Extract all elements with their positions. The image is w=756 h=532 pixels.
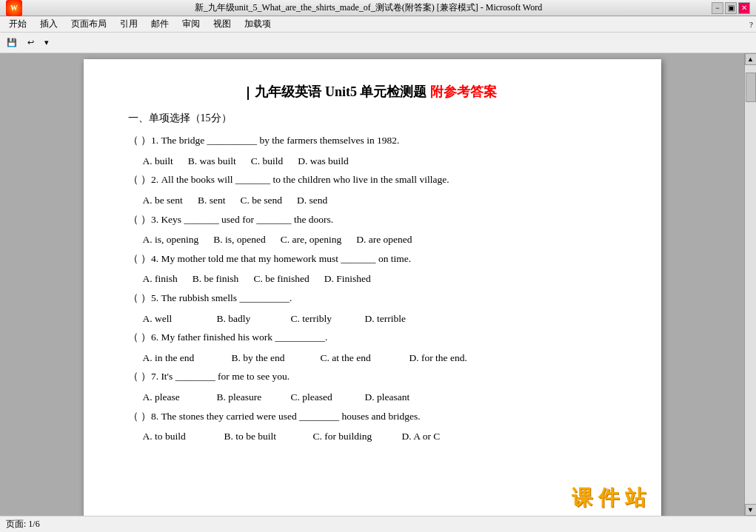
q5-opt-c: C. terribly — [291, 311, 350, 327]
q6-opt-a: A. in the end — [143, 350, 217, 366]
menu-item-pagelayout[interactable]: 页面布局 — [65, 16, 113, 32]
question-3: （ ）3. Keys _______ used for _______ the … — [128, 212, 617, 228]
q8-opt-d: D. A or C — [402, 428, 441, 445]
title-bar-text: 新_九年级unit_5_What_are_the_shirts_made_of_… — [25, 1, 712, 14]
question-1-options: A. built B. was built C. build D. was bu… — [143, 153, 617, 169]
question-8-text: （ ）8. The stones they carried were used … — [128, 411, 421, 422]
q2-opt-a: A. be sent — [143, 192, 183, 209]
q1-opt-a: A. built — [143, 153, 173, 169]
question-6: （ ）6. My father finished his work ______… — [128, 329, 617, 346]
document-page: 九年级英语 Unit5 单元检测题 附参考答案 一、单项选择（15分） （ ）1… — [84, 59, 661, 516]
restore-button[interactable]: ▣ — [725, 2, 737, 14]
q3-opt-c: C. are, opening — [281, 232, 341, 248]
question-3-options: A. is, opening B. is, opened C. are, ope… — [143, 232, 617, 248]
toolbar: 💾 ↩ ▾ — [0, 33, 756, 53]
question-5-options: A. well B. badly C. terribly D. terrible — [143, 311, 617, 327]
q4-opt-d: D. Finished — [324, 271, 371, 287]
question-8-options: A. to build B. to be built C. for buildi… — [143, 428, 617, 445]
question-5: （ ）5. The rubbish smells __________. — [128, 290, 617, 306]
menu-item-insert[interactable]: 插入 — [34, 16, 64, 32]
q4-opt-a: A. finish — [143, 271, 178, 287]
question-7-options: A. please B. pleasure C. pleased D. plea… — [143, 389, 617, 405]
menu-item-mail[interactable]: 邮件 — [145, 16, 175, 32]
scroll-down-button[interactable]: ▼ — [745, 504, 757, 516]
save-button[interactable]: 💾 — [3, 36, 21, 50]
menu-item-start[interactable]: 开始 — [3, 16, 33, 32]
help-button[interactable]: ? — [749, 20, 753, 29]
q7-opt-a: A. please — [143, 389, 202, 405]
question-2: （ ）2. All the books will _______ to the … — [128, 172, 617, 188]
section1-title: 一、单项选择（15分） — [128, 110, 617, 127]
cursor — [247, 87, 249, 100]
menu-item-view[interactable]: 视图 — [207, 16, 237, 32]
status-bar: 页面: 1/6 — [0, 516, 756, 532]
scroll-thumb[interactable] — [746, 73, 756, 102]
office-logo: W — [6, 0, 22, 16]
question-5-text: （ ）5. The rubbish smells __________. — [128, 292, 292, 303]
close-button[interactable]: ✕ — [738, 2, 750, 14]
question-1-text: （ ）1. The bridge __________ by the farme… — [128, 135, 400, 146]
q7-opt-c: C. pleased — [291, 389, 350, 405]
q5-opt-a: A. well — [143, 311, 202, 327]
menu-bar: 开始 插入 页面布局 引用 邮件 审阅 视图 加载项 ? — [0, 16, 756, 33]
q6-opt-c: C. at the end — [321, 350, 395, 366]
q4-opt-c: C. be finished — [253, 271, 309, 287]
title-bar: W 新_九年级unit_5_What_are_the_shirts_made_o… — [0, 0, 756, 16]
q3-opt-a: A. is, opening — [143, 232, 199, 248]
q1-opt-c: C. build — [251, 153, 284, 169]
menu-item-reference[interactable]: 引用 — [114, 16, 144, 32]
q2-opt-d: D. send — [297, 192, 327, 209]
title-main: 九年级英语 Unit5 单元检测题 — [255, 84, 426, 99]
q3-opt-d: D. are opened — [356, 232, 412, 248]
document-area: 九年级英语 Unit5 单元检测题 附参考答案 一、单项选择（15分） （ ）1… — [0, 53, 756, 516]
question-4: （ ）4. My mother told me that my homework… — [128, 251, 617, 267]
menu-item-review[interactable]: 审阅 — [176, 16, 206, 32]
page-wrapper: 九年级英语 Unit5 单元检测题 附参考答案 一、单项选择（15分） （ ）1… — [0, 53, 744, 516]
menu-item-addins[interactable]: 加载项 — [238, 16, 277, 32]
q8-opt-c: C. for building — [313, 428, 387, 445]
question-4-options: A. finish B. be finish C. be finished D.… — [143, 271, 617, 287]
question-6-text: （ ）6. My father finished his work ______… — [128, 331, 328, 343]
scroll-up-button[interactable]: ▲ — [745, 53, 757, 65]
q2-opt-c: C. be send — [240, 192, 282, 209]
watermark-line2: www.kjzhan.com — [572, 515, 653, 516]
question-8: （ ）8. The stones they carried were used … — [128, 408, 617, 425]
title-suffix: 附参考答案 — [430, 84, 497, 99]
q6-opt-d: D. for the end. — [409, 350, 467, 366]
document-title: 九年级英语 Unit5 单元检测题 附参考答案 — [128, 81, 617, 103]
question-2-text: （ ）2. All the books will _______ to the … — [128, 174, 449, 185]
q4-opt-b: B. be finish — [193, 271, 239, 287]
q1-opt-d: D. was build — [298, 153, 349, 169]
q5-opt-d: D. terrible — [365, 311, 406, 327]
q3-opt-b: B. is, opened — [213, 232, 266, 248]
question-7-text: （ ）7. It's ________ for me to see you. — [128, 371, 290, 382]
q6-opt-b: B. by the end — [232, 350, 306, 366]
question-4-text: （ ）4. My mother told me that my homework… — [128, 253, 412, 264]
scroll-track[interactable] — [745, 65, 756, 504]
q8-opt-a: A. to build — [143, 428, 210, 445]
q7-opt-b: B. pleasure — [217, 389, 276, 405]
page-info: 页面: 1/6 — [6, 518, 40, 531]
question-7: （ ）7. It's ________ for me to see you. — [128, 368, 617, 385]
undo-button[interactable]: ↩ — [24, 36, 38, 50]
q2-opt-b: B. sent — [198, 192, 226, 209]
q7-opt-d: D. pleasant — [365, 389, 410, 405]
watermark: 课 件 站 www.kjzhan.com — [572, 482, 653, 516]
question-3-text: （ ）3. Keys _______ used for _______ the … — [128, 214, 334, 225]
q1-opt-b: B. was built — [188, 153, 236, 169]
title-bar-controls: － ▣ ✕ — [712, 2, 750, 14]
vertical-scrollbar[interactable]: ▲ ▼ — [744, 53, 756, 516]
q5-opt-b: B. badly — [217, 311, 276, 327]
question-2-options: A. be sent B. sent C. be send D. send — [143, 192, 617, 209]
question-6-options: A. in the end B. by the end C. at the en… — [143, 350, 617, 366]
question-1: （ ）1. The bridge __________ by the farme… — [128, 132, 617, 149]
minimize-button[interactable]: － — [712, 2, 723, 14]
undo-dropdown-button[interactable]: ▾ — [41, 36, 53, 50]
watermark-line1: 课 件 站 — [572, 482, 653, 515]
q8-opt-b: B. to be built — [224, 428, 298, 445]
